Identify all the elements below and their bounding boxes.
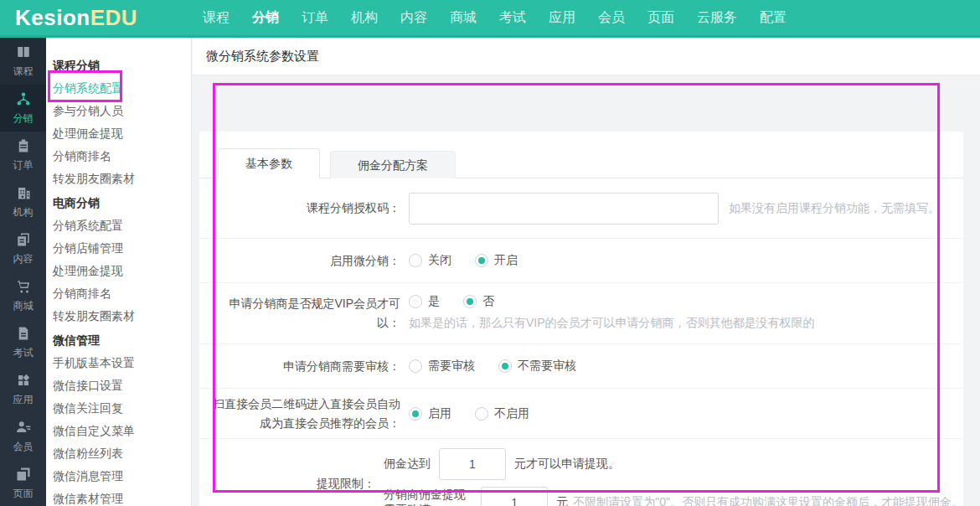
nav-item-orders[interactable]: 订单 [302,9,328,27]
rail-item-label: 课程 [13,65,34,79]
field-label: 申请分销商需要审核： [199,357,400,376]
field-label: 扫直接会员二维码进入直接会员自动 成为直接会员推荐的会员： [199,395,400,433]
radio-icon-checked[interactable] [498,359,512,373]
rail-item-label: 应用 [13,393,34,407]
field-hint: 如果没有启用课程分销功能，无需填写。 [729,201,940,216]
sidebar-item-wechat-material-management[interactable]: 微信素材管理 [53,488,191,506]
form-row-withdrawal-limit: 提现限制： 佣金达到 元才可以申请提现。 分销商佣金提现需要购满： 元 不限制请… [199,439,963,506]
sidebar-item-ec-commission-withdrawal[interactable]: 处理佣金提现 [53,260,191,282]
radio-option-no-review[interactable]: 不需要审核 [498,359,576,374]
rail-item-label: 分销 [13,111,34,126]
nav-item-mall[interactable]: 商城 [450,9,477,27]
secondary-sidebar: 课程分销 分销系统配置 参与分销人员 处理佣金提现 分销商排名 转发朋友圈素材 … [46,38,192,506]
radio-icon-checked[interactable] [463,295,477,308]
nav-item-distribution[interactable]: 分销 [252,9,279,27]
sidebar-section-ecommerce-distribution: 电商分销 [53,192,191,214]
radio-option-yes[interactable]: 是 [409,294,440,309]
sidebar-item-commission-withdrawal[interactable]: 处理佣金提现 [53,122,191,145]
sidebar-item-wechat-fans-list[interactable]: 微信粉丝列表 [53,442,191,465]
tab-commission-plan[interactable]: 佣金分配方案 [330,151,456,178]
sidebar-item-wechat-custom-menu[interactable]: 微信自定义菜单 [53,420,191,442]
radio-option-off[interactable]: 关闭 [409,253,451,268]
nav-item-organization[interactable]: 机构 [351,9,378,27]
form-row-vip-requirement: 申请分销商是否规定VIP会员才可 以： 是 否 [199,283,963,344]
app-logo[interactable]: KesionEDU [15,5,137,31]
radio-option-review-required[interactable]: 需要审核 [409,359,475,374]
nav-item-members[interactable]: 会员 [598,9,625,27]
rail-item-mall[interactable]: 商城 [0,272,46,319]
rail-item-label: 考试 [13,346,34,360]
rail-item-label: 订单 [13,158,34,173]
field-hint: 如果是的话，那么只有VIP的会员才可以申请分销商，否则其他都是没有权限的 [409,316,815,331]
radio-icon[interactable] [409,295,422,308]
rail-item-label: 会员 [13,440,34,454]
sidebar-item-wechat-follow-reply[interactable]: 微信关注回复 [53,397,191,420]
limit-line2-prefix: 分销商佣金提现需要购满： [384,488,472,506]
field-label: 申请分销商是否规定VIP会员才可 以： [199,294,400,333]
logo-part-kesion: Kesion [15,5,90,30]
sidebar-item-wechat-message-management[interactable]: 微信消息管理 [53,465,191,488]
course-distribution-auth-code-input[interactable] [409,193,719,225]
radio-icon[interactable] [409,254,422,267]
sidebar-item-ec-shop-management[interactable]: 分销店铺管理 [53,237,191,260]
limit-line1-suffix: 元才可以申请提现。 [514,457,620,472]
sidebar-item-ec-moments-material[interactable]: 转发朋友圈素材 [53,305,191,328]
rail-item-label: 页面 [13,487,34,501]
field-label: 启用微分销： [199,251,400,271]
radio-icon[interactable] [475,407,488,421]
radio-option-enable[interactable]: 启用 [409,406,451,421]
rail-item-apps[interactable]: 应用 [0,366,46,413]
rail-item-exam[interactable]: 考试 [0,319,46,366]
orders-clipboard-icon [16,138,31,156]
sidebar-item-distributor-ranking[interactable]: 分销商排名 [53,145,191,168]
radio-option-no[interactable]: 否 [463,294,494,309]
organization-building-icon [16,185,31,203]
nav-item-apps[interactable]: 应用 [549,9,575,27]
sidebar-item-distribution-system-config[interactable]: 分销系统配置 [53,77,191,100]
logo-part-edu: EDU [90,5,137,30]
rail-item-pages[interactable]: 页面 [0,460,46,506]
courses-book-icon [16,44,31,62]
sidebar-item-participants[interactable]: 参与分销人员 [53,100,191,122]
mall-cart-icon [16,279,31,297]
nav-item-cloud[interactable]: 云服务 [697,9,737,27]
radio-option-on[interactable]: 开启 [475,253,518,268]
settings-card: 基本参数 佣金分配方案 课程分销授权码： 如果没有启用课程分销功能，无需填写。 … [199,132,963,506]
form-row-qrcode-auto-member: 扫直接会员二维码进入直接会员自动 成为直接会员推荐的会员： 启用 不启用 [199,389,963,439]
nav-item-exam[interactable]: 考试 [499,9,526,27]
rail-item-label: 内容 [13,252,34,266]
sidebar-item-ec-system-config[interactable]: 分销系统配置 [53,214,191,237]
limit-line2-unit: 元 [556,495,568,506]
sidebar-section-course-distribution: 课程分销 [53,54,191,77]
rail-item-content[interactable]: 内容 [0,225,46,272]
radio-icon-checked[interactable] [409,407,422,421]
min-commission-amount-input[interactable] [439,448,506,480]
members-user-icon [16,420,31,437]
field-label: 提现限制： [199,474,375,493]
nav-item-config[interactable]: 配置 [760,9,787,27]
sidebar-item-ec-distributor-ranking[interactable]: 分销商排名 [53,282,191,305]
nav-item-courses[interactable]: 课程 [203,9,230,27]
rail-item-organization[interactable]: 机构 [0,178,46,225]
tab-basic-params[interactable]: 基本参数 [218,148,320,178]
sidebar-item-mobile-basic-settings[interactable]: 手机版基本设置 [53,352,191,374]
top-nav-menu: 课程 分销 订单 机构 内容 商城 考试 应用 会员 页面 云服务 配置 [203,9,787,27]
rail-item-courses[interactable]: 课程 [0,38,46,85]
exam-file-icon [16,326,31,343]
radio-icon-checked[interactable] [475,254,488,267]
field-hint: 不限制请设置为"0"。否则只有成功购满这里设置的金额后，才能提现佣金。 [573,495,963,506]
min-purchase-amount-input[interactable] [481,487,548,506]
radio-option-disable[interactable]: 不启用 [475,406,529,421]
rail-item-orders[interactable]: 订单 [0,132,46,178]
tab-bar: 基本参数 佣金分配方案 [199,132,963,178]
rail-item-members[interactable]: 会员 [0,413,46,460]
sidebar-item-moments-material[interactable]: 转发朋友圈素材 [53,168,191,190]
sidebar-section-list: 手机版基本设置 微信接口设置 微信关注回复 微信自定义菜单 微信粉丝列表 微信消… [53,352,191,506]
radio-icon[interactable] [409,359,422,373]
page-title: 微分销系统参数设置 [206,49,319,65]
rail-item-distribution[interactable]: 分销 [0,85,46,132]
sidebar-item-wechat-api-settings[interactable]: 微信接口设置 [53,374,191,397]
nav-item-content[interactable]: 内容 [400,9,427,27]
nav-item-pages[interactable]: 页面 [647,9,674,27]
rail-item-label: 机构 [13,205,34,219]
